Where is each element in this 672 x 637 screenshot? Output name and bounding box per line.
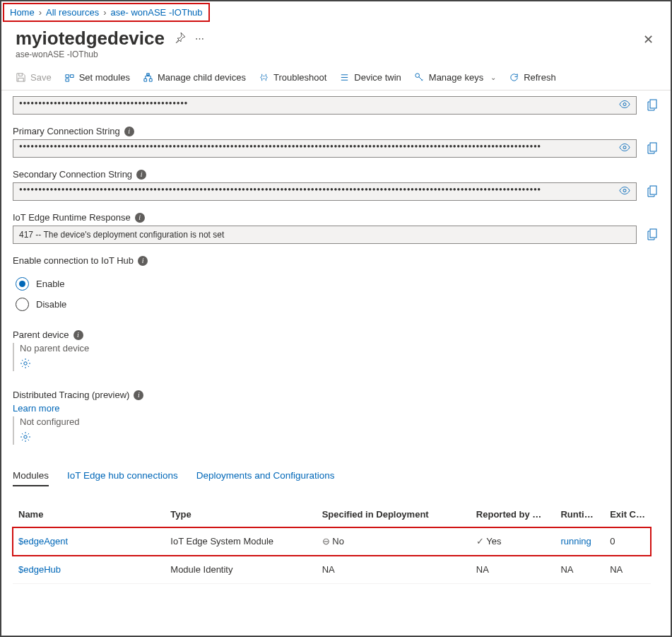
manage-keys-button[interactable]: Manage keys⌄ — [414, 72, 496, 83]
refresh-icon — [509, 72, 519, 83]
module-spec: ⊖ No — [317, 527, 471, 556]
gear-icon[interactable] — [20, 431, 669, 445]
enable-connection-label: Enable connection to IoT Hub i — [13, 255, 669, 266]
set-modules-button[interactable]: Set modules — [64, 72, 130, 83]
info-icon[interactable]: i — [135, 213, 145, 223]
enable-connection-radios: Enable Disable — [13, 277, 669, 311]
th-run[interactable]: Runti… — [555, 502, 604, 527]
copy-icon[interactable] — [644, 228, 662, 242]
radio-icon — [16, 277, 29, 291]
parent-device-block: No parent device — [13, 343, 669, 371]
copy-icon[interactable] — [644, 141, 662, 156]
hierarchy-icon — [143, 72, 153, 83]
table-row[interactable]: $edgeAgentIoT Edge System Module⊖ No✓ Ye… — [13, 527, 651, 556]
no-parent-text: No parent device — [20, 343, 669, 353]
reveal-icon[interactable] — [619, 187, 630, 197]
chevron-right-icon: › — [39, 7, 42, 18]
radio-icon — [16, 298, 29, 311]
svg-rect-6 — [650, 186, 656, 194]
runtime-response-label: IoT Edge Runtime Response i — [13, 212, 669, 223]
list-icon — [339, 72, 350, 83]
dist-tracing-block: Not configured — [13, 416, 669, 445]
troubleshoot-button[interactable]: Troubleshoot — [259, 72, 326, 83]
chevron-right-icon: › — [103, 7, 106, 18]
tab-modules[interactable]: Modules — [13, 470, 49, 486]
refresh-button[interactable]: Refresh — [509, 72, 556, 83]
dist-tracing-label: Distributed Tracing (preview) i — [13, 390, 669, 400]
secondary-conn-label: Secondary Connection String i — [13, 169, 669, 180]
save-icon — [16, 72, 26, 83]
runtime-response-row: 417 -- The device's deployment configura… — [13, 226, 669, 244]
th-rep[interactable]: Reported by … — [471, 502, 555, 527]
reveal-icon[interactable] — [619, 100, 630, 111]
svg-rect-2 — [650, 100, 656, 108]
info-icon[interactable]: i — [134, 390, 143, 400]
key-icon — [414, 72, 425, 83]
svg-point-3 — [623, 146, 626, 149]
learn-more-link[interactable]: Learn more — [13, 403, 669, 414]
info-icon[interactable]: i — [124, 127, 134, 136]
module-name-link[interactable]: $edgeHub — [18, 564, 61, 575]
module-exit: 0 — [604, 527, 651, 556]
page-subtitle: ase-wonASE -IOThub — [16, 49, 656, 59]
tab-hub-connections[interactable]: IoT Edge hub connections — [67, 470, 178, 486]
module-name-link[interactable]: $edgeAgent — [18, 536, 68, 547]
info-icon[interactable]: i — [73, 330, 83, 340]
key-input[interactable]: ●●●●●●●●●●●●●●●●●●●●●●●●●●●●●●●●●●●●●●●●… — [13, 96, 637, 115]
tabs: Modules IoT Edge hub connections Deploym… — [13, 470, 669, 486]
close-icon[interactable]: ✕ — [643, 32, 654, 47]
module-exit: NA — [604, 556, 651, 584]
secondary-conn-input[interactable]: ●●●●●●●●●●●●●●●●●●●●●●●●●●●●●●●●●●●●●●●●… — [13, 182, 637, 201]
module-runtime: NA — [555, 556, 604, 584]
radio-disable[interactable]: Disable — [16, 298, 666, 311]
svg-point-9 — [24, 436, 27, 438]
device-twin-button[interactable]: Device twin — [339, 72, 401, 83]
svg-point-1 — [623, 103, 626, 106]
page-header: myiotedgedevice ⋯ ✕ ase-wonASE -IOThub — [1, 22, 671, 61]
svg-point-8 — [24, 362, 27, 365]
svg-rect-7 — [650, 229, 656, 238]
th-exit[interactable]: Exit C… — [604, 502, 651, 527]
info-icon[interactable]: i — [138, 256, 148, 266]
chevron-down-icon: ⌄ — [490, 74, 496, 81]
module-reported: NA — [471, 556, 555, 584]
copy-icon[interactable] — [644, 98, 662, 113]
svg-point-5 — [623, 189, 626, 192]
copy-icon[interactable] — [644, 185, 662, 199]
save-button: Save — [16, 72, 52, 83]
breadcrumb: Home › All resources › ase- wonASE -IOTh… — [3, 3, 210, 22]
manage-child-button[interactable]: Manage child devices — [143, 72, 246, 83]
breadcrumb-hub[interactable]: ase- wonASE -IOThub — [111, 7, 203, 18]
th-name[interactable]: Name — [13, 502, 165, 527]
primary-conn-input[interactable]: ●●●●●●●●●●●●●●●●●●●●●●●●●●●●●●●●●●●●●●●●… — [13, 139, 637, 158]
primary-conn-row: ●●●●●●●●●●●●●●●●●●●●●●●●●●●●●●●●●●●●●●●●… — [13, 139, 669, 158]
secondary-conn-row: ●●●●●●●●●●●●●●●●●●●●●●●●●●●●●●●●●●●●●●●●… — [13, 182, 669, 201]
parent-device-label: Parent device i — [13, 329, 669, 340]
table-row[interactable]: $edgeHubModule Identity NA NANANA — [13, 556, 651, 584]
troubleshoot-icon — [259, 72, 269, 83]
tab-deployments[interactable]: Deployments and Configurations — [196, 470, 335, 486]
runtime-response-value[interactable]: 417 -- The device's deployment configura… — [13, 226, 637, 244]
module-runtime: running — [555, 527, 604, 556]
page-title: myiotedgedevice — [16, 28, 165, 49]
more-icon[interactable]: ⋯ — [195, 33, 204, 44]
svg-rect-4 — [650, 143, 656, 151]
key-field-row: ●●●●●●●●●●●●●●●●●●●●●●●●●●●●●●●●●●●●●●●●… — [13, 96, 669, 115]
table-header-row: Name Type Specified in Deployment Report… — [13, 502, 651, 527]
info-icon[interactable]: i — [136, 170, 146, 180]
content-scroll[interactable]: ●●●●●●●●●●●●●●●●●●●●●●●●●●●●●●●●●●●●●●●●… — [3, 88, 669, 634]
breadcrumb-home[interactable]: Home — [10, 7, 35, 18]
pin-icon[interactable] — [175, 32, 186, 45]
th-spec[interactable]: Specified in Deployment — [317, 502, 471, 527]
module-type: Module Identity — [165, 556, 316, 584]
primary-conn-label: Primary Connection String i — [13, 126, 669, 136]
not-configured-text: Not configured — [20, 416, 669, 427]
breadcrumb-all-resources[interactable]: All resources — [46, 7, 99, 18]
module-type: IoT Edge System Module — [165, 527, 316, 556]
modules-icon — [64, 72, 75, 83]
radio-enable[interactable]: Enable — [16, 277, 666, 291]
module-reported: ✓ Yes — [471, 527, 555, 556]
reveal-icon[interactable] — [619, 144, 630, 154]
th-type[interactable]: Type — [165, 502, 316, 527]
gear-icon[interactable] — [20, 358, 669, 371]
